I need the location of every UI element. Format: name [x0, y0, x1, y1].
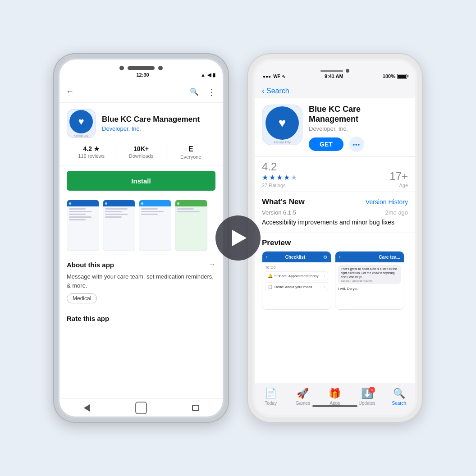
- ios-today-icon: 📄: [265, 388, 277, 399]
- ios-version-num: Version 6.1.5: [262, 209, 296, 216]
- ios-whats-new-header: What's New Version History: [262, 197, 408, 206]
- ios-preview-thumb-2: ‹ Care tea... That's great to hear! A bi…: [335, 251, 404, 310]
- android-app-title: Blue KC Care Management: [102, 115, 215, 124]
- ss-body-3: [139, 206, 171, 251]
- android-nav-home[interactable]: [135, 402, 147, 414]
- android-screenshot-4: [175, 200, 207, 251]
- android-top-notch: [119, 66, 163, 70]
- ios-home-indicator: [312, 405, 357, 407]
- android-about-text: Message with your care team, set medicat…: [67, 272, 215, 290]
- ios-app-header: ♥ Kansas City Blue KC CareManagement Dev…: [255, 98, 415, 156]
- ss-body-2: [103, 206, 135, 251]
- ss-header-4: [175, 200, 207, 206]
- android-downloads-label: Downloads: [116, 153, 165, 159]
- android-screen: 12:30 ▲ ◀ ▮ ← 🔍 ⋮: [60, 60, 223, 416]
- android-rating-label: 116 reviews: [67, 153, 116, 159]
- android-camera-dot: [119, 66, 124, 70]
- ios-chevron-left-icon: ‹: [262, 86, 265, 96]
- ios-wifi-label: WF: [273, 74, 280, 79]
- ios-search-icon: 🔍: [393, 388, 405, 399]
- ios-back-bar: ‹ Search: [255, 83, 415, 98]
- ios-tab-games-label: Games: [296, 401, 310, 406]
- ios-preview-thumb-1: ‹ Checklist ⚙ To Do 🔔 9:00am: Appointmen…: [262, 251, 331, 310]
- ios-camera-dot: [346, 69, 349, 73]
- android-about-title: About this app: [67, 261, 114, 269]
- ios-more-button[interactable]: •••: [349, 137, 364, 152]
- ios-app-icon-circle: ♥: [265, 106, 299, 140]
- ios-stars: ★ ★ ★ ★ ★: [262, 173, 297, 182]
- android-rate-section: Rate this app: [60, 309, 223, 328]
- ios-app-title: Blue KC CareManagement: [309, 105, 408, 124]
- chat-reply-text: I will. Do yo...: [338, 285, 401, 292]
- android-more-icon[interactable]: ⋮: [207, 87, 216, 97]
- ios-games-icon: 🚀: [297, 388, 309, 399]
- ios-app-heart-icon: ♥: [279, 116, 286, 130]
- android-rate-title: Rate this app: [67, 315, 215, 322]
- android-screenshot-2: [103, 200, 135, 251]
- ios-rating-left: 4.2 ★ ★ ★ ★ ★ 27 Ratings: [262, 160, 297, 188]
- android-battery-icon: ▮: [213, 72, 215, 78]
- android-install-button[interactable]: Install: [67, 171, 215, 191]
- ios-tab-search[interactable]: 🔍 Search: [388, 388, 410, 406]
- scene: 12:30 ▲ ◀ ▮ ← 🔍 ⋮: [17, 22, 459, 454]
- ios-tab-apps[interactable]: 🎁 Apps: [324, 388, 346, 406]
- android-back-button[interactable]: ←: [66, 87, 74, 96]
- preview-header-title-2: Care tea...: [379, 255, 400, 260]
- ios-star-2: ★: [269, 173, 275, 182]
- ios-version-history-link[interactable]: Version History: [366, 198, 408, 206]
- android-about-header: About this app →: [67, 261, 215, 269]
- preview-item-text-2: Read: About your meds: [275, 285, 322, 289]
- ios-back-label: Search: [266, 87, 289, 95]
- android-status-icons: ▲ ◀ ▮: [201, 72, 215, 78]
- ios-get-button[interactable]: GET: [309, 137, 343, 151]
- android-signal-icon: ◀: [207, 72, 211, 78]
- android-phone: 12:30 ▲ ◀ ▮ ← 🔍 ⋮: [53, 53, 229, 423]
- ios-time: 9:41 AM: [325, 73, 343, 79]
- android-downloads-value: 10K+: [116, 145, 165, 152]
- ios-tab-games[interactable]: 🚀 Games: [292, 388, 314, 406]
- ios-tab-search-label: Search: [392, 401, 407, 406]
- ios-kc-label: Kansas City: [274, 141, 290, 144]
- ios-version-row: Version 6.1.5 2mo ago: [262, 209, 408, 216]
- ios-inner: ●●● WF ∿ 9:41 AM 100% ‹: [252, 59, 417, 417]
- ios-tab-today-label: Today: [265, 401, 277, 406]
- android-stat-downloads: 10K+ Downloads: [116, 145, 166, 160]
- ios-tab-updates[interactable]: ⬇️ 3 Updates: [356, 388, 378, 406]
- ios-top-camera: [320, 69, 349, 73]
- android-nav-recents[interactable]: [190, 402, 201, 414]
- play-triangle-icon: [232, 230, 247, 246]
- play-button[interactable]: [215, 215, 261, 261]
- android-about-section: About this app → Message with your care …: [60, 255, 223, 309]
- ios-age-num: 17+: [389, 170, 408, 183]
- ios-tab-badge-updates: ⬇️ 3: [361, 388, 373, 399]
- android-statusbar: 12:30 ▲ ◀ ▮: [60, 69, 223, 81]
- ios-rating-right: 17+ Age: [389, 170, 408, 188]
- ios-app-developer: Developer, Inc.: [309, 125, 408, 132]
- android-nav-back[interactable]: [81, 402, 92, 414]
- ios-apps-icon: 🎁: [329, 388, 341, 399]
- preview-chevron-1: ›: [324, 274, 325, 278]
- ios-battery-label: 100%: [383, 73, 395, 79]
- ios-battery-fill: [398, 75, 406, 78]
- ios-update-text: Accessibility improvements and minor bug…: [262, 218, 408, 227]
- ios-screen: ●●● WF ∿ 9:41 AM 100% ‹: [255, 61, 415, 415]
- preview-header-gear-icon: ⚙: [323, 255, 327, 260]
- ios-tab-today[interactable]: 📄 Today: [260, 388, 282, 406]
- chat-text-1: That's great to hear! A bit is a step in…: [341, 267, 398, 279]
- ios-status-left: ●●● WF ∿: [263, 74, 285, 79]
- ios-phone: ●●● WF ∿ 9:41 AM 100% ‹: [247, 53, 423, 423]
- android-rating-value: 4.2 ★: [67, 145, 116, 152]
- chat-sender-1: Sandra • 3/6/2018 4:39pm: [341, 279, 398, 282]
- ios-content: ♥ Kansas City Blue KC CareManagement Dev…: [255, 98, 415, 384]
- android-speaker: [128, 66, 155, 70]
- android-bottom-nav: [60, 398, 223, 416]
- preview-header-title-1: Checklist: [285, 255, 305, 260]
- ios-signal-text: ●●●: [263, 74, 271, 79]
- android-wifi-icon: ▲: [201, 72, 206, 78]
- chat-bubble-1: That's great to hear! A bit is a step in…: [338, 265, 401, 284]
- ios-tabbar: 📄 Today 🚀 Games 🎁 Apps ⬇️ 3: [255, 384, 415, 415]
- ios-back-link[interactable]: ‹ Search: [262, 86, 408, 96]
- ios-preview-title: Preview: [262, 238, 408, 247]
- android-search-icon[interactable]: 🔍: [190, 87, 199, 96]
- preview-header-bar-1: ‹ Checklist ⚙: [262, 252, 331, 262]
